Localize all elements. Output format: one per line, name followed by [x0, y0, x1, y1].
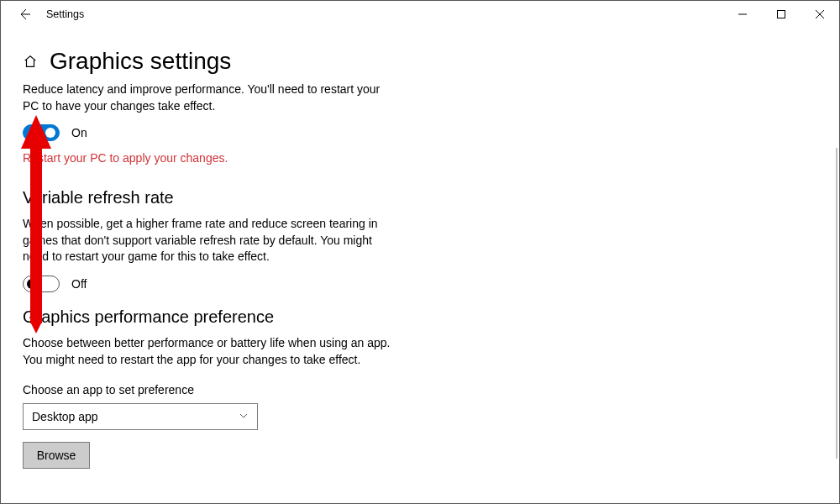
app-type-select-value: Desktop app: [32, 410, 98, 423]
perf-pref-section-title: Graphics performance preference: [23, 307, 550, 327]
chevron-down-icon: [239, 410, 249, 423]
vrr-toggle-label: Off: [71, 277, 87, 291]
home-button[interactable]: [23, 54, 38, 69]
back-button[interactable]: [8, 1, 41, 28]
choose-app-label: Choose an app to set preference: [23, 383, 550, 396]
browse-button[interactable]: Browse: [23, 442, 90, 469]
close-button[interactable]: [801, 1, 839, 28]
perf-pref-description: Choose between better performance or bat…: [23, 335, 401, 368]
toggle-knob-icon: [45, 128, 55, 138]
restart-warning: Restart your PC to apply your changes.: [23, 151, 550, 165]
window-titlebar: Settings: [1, 1, 839, 28]
maximize-icon: [777, 10, 785, 18]
window-title: Settings: [41, 8, 84, 20]
close-icon: [816, 10, 824, 18]
toggle-knob-icon: [27, 279, 37, 289]
page-title: Graphics settings: [50, 48, 231, 75]
app-type-select[interactable]: Desktop app: [23, 403, 258, 430]
content-area: Graphics settings Reduce latency and imp…: [1, 28, 572, 504]
vrr-description: When possible, get a higher frame rate a…: [23, 216, 392, 265]
vrr-section-title: Variable refresh rate: [23, 188, 550, 207]
browse-button-label: Browse: [37, 449, 76, 462]
vertical-scrollbar[interactable]: [836, 148, 837, 459]
home-icon: [23, 54, 38, 69]
hw-scheduling-toggle-label: On: [71, 126, 87, 139]
hw-scheduling-toggle[interactable]: [23, 124, 60, 141]
minimize-icon: [738, 10, 747, 18]
vrr-toggle[interactable]: [23, 276, 60, 292]
minimize-button[interactable]: [723, 1, 762, 28]
svg-rect-0: [778, 11, 785, 18]
arrow-left-icon: [18, 8, 31, 21]
intro-text: Reduce latency and improve performance. …: [23, 81, 384, 114]
maximize-button[interactable]: [762, 1, 801, 28]
